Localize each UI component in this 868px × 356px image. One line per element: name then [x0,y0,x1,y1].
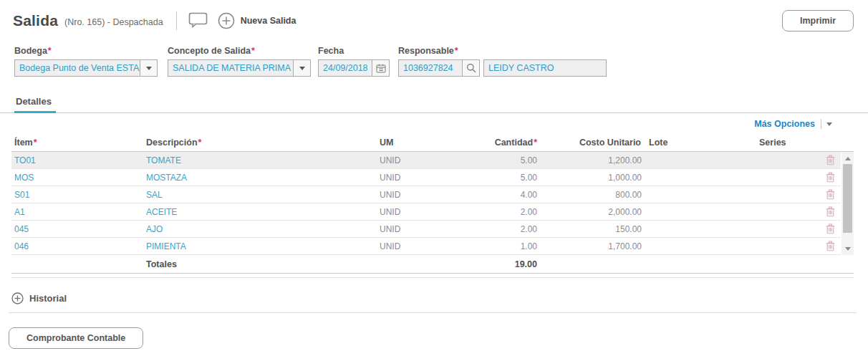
cantidad-cell: 4.00 [474,190,537,200]
item-code-link[interactable]: A1 [11,207,146,217]
cantidad-cell: 2.00 [474,224,537,234]
costo-unitario-cell: 800.00 [537,190,642,200]
table-row[interactable]: A1 ACEITE UNID 2.00 2,000.00 [11,203,841,221]
historial-label: Historial [29,293,67,304]
item-code-link[interactable]: 046 [11,241,146,251]
item-description-link[interactable]: ACEITE [146,207,380,217]
trash-icon [826,226,835,236]
historial-expander[interactable]: Historial [0,292,868,304]
delete-row-button[interactable] [826,206,835,217]
trash-icon [826,191,835,202]
col-header-item[interactable]: Ítem* [11,138,146,148]
scroll-down-arrow[interactable] [842,244,854,254]
delete-row-button[interactable] [826,241,835,251]
historial-divider [9,312,857,313]
page-title: Salida [13,12,58,29]
fecha-field-group: Fecha [318,46,390,77]
item-code-link[interactable]: MOS [11,173,146,183]
cantidad-cell: 5.00 [474,173,537,183]
table-rows: TO01 TOMATE UNID 5.00 1,200.00 MOS MOSTA… [11,152,841,255]
item-code-link[interactable]: 045 [11,224,146,234]
table-row[interactable]: MOS MOSTAZA UNID 5.00 1,000.00 [11,169,841,186]
more-options-link[interactable]: Más Opciones [754,119,815,129]
concepto-select-value[interactable]: SALIDA DE MATERIA PRIMA [168,59,294,77]
comments-button[interactable] [188,12,208,30]
calendar-button[interactable] [372,59,390,77]
um-cell: UNID [380,241,474,251]
table-row[interactable]: S01 SAL UNID 4.00 800.00 [11,186,841,203]
concepto-dropdown-button[interactable] [294,59,311,77]
item-description-link[interactable]: PIMIENTA [146,241,380,251]
col-header-series[interactable]: Series [751,138,819,148]
tab-detalles[interactable]: Detalles [14,94,56,113]
um-cell: UNID [380,190,474,200]
delete-row-button[interactable] [826,189,835,200]
top-header: Salida (Nro. 165) - Despachada Nueva Sal… [0,0,868,32]
comprobante-contable-button[interactable]: Comprobante Contable [9,327,143,349]
scroll-up-arrow[interactable] [842,153,854,163]
item-description-link[interactable]: MOSTAZA [146,173,380,183]
chevron-down-icon [146,67,152,70]
fecha-label: Fecha [318,46,390,56]
responsable-id-input[interactable] [398,59,463,77]
more-options-caret-icon[interactable] [826,122,832,126]
required-asterisk: * [48,46,52,56]
item-description-link[interactable]: TOMATE [146,155,380,165]
costo-unitario-cell: 2,000.00 [537,207,642,217]
chevron-down-icon [299,67,305,70]
delete-row-button[interactable] [826,155,835,165]
um-cell: UNID [380,155,474,165]
plus-circle-icon [218,12,235,29]
totals-label: Totales [146,259,380,269]
trash-icon [826,243,835,254]
responsable-label: Responsable* [398,46,607,56]
item-code-link[interactable]: S01 [11,190,146,200]
trash-icon [826,208,835,219]
um-cell: UNID [380,224,474,234]
bodega-dropdown-button[interactable] [140,59,158,77]
table-row[interactable]: 045 AJO UNID 2.00 150.00 [11,221,841,238]
delete-row-button[interactable] [826,223,835,234]
required-asterisk: * [251,46,255,56]
scrollbar-thumb[interactable] [843,164,852,233]
delete-row-button[interactable] [826,172,835,183]
table-scrollbar[interactable] [842,152,854,255]
col-header-um[interactable]: UM [380,138,474,148]
details-table: Ítem* Descripción* UM Cantidad* Costo Un… [11,133,854,278]
bodega-label: Bodega* [14,46,158,56]
costo-unitario-cell: 1,000.00 [537,173,642,183]
costo-unitario-cell: 1,200.00 [537,155,642,165]
col-header-cantidad[interactable]: Cantidad* [474,138,537,148]
triangle-down-icon [845,247,851,251]
col-header-lote[interactable]: Lote [642,138,751,148]
new-salida-label: Nueva Salida [241,16,296,26]
col-header-costo-unitario[interactable]: Costo Unitario [537,138,642,148]
bodega-select-value[interactable]: Bodega Punto de Venta ESTAB [14,59,140,77]
search-icon [466,63,476,73]
concepto-field-group: Concepto de Salida* SALIDA DE MATERIA PR… [168,46,311,77]
table-row[interactable]: TO01 TOMATE UNID 5.00 1,200.00 [11,152,841,169]
tab-bar: Detalles [0,94,868,113]
costo-unitario-cell: 150.00 [537,224,642,234]
cantidad-cell: 1.00 [474,241,537,251]
table-row[interactable]: 046 PIMIENTA UNID 1.00 1,700.00 [11,238,841,255]
item-description-link[interactable]: AJO [146,224,380,234]
print-button[interactable]: Imprimir [782,10,854,32]
costo-unitario-cell: 1,700.00 [537,241,642,251]
trash-icon [826,174,835,185]
document-number-status: (Nro. 165) - Despachada [64,17,163,27]
cantidad-cell: 5.00 [474,155,537,165]
item-code-link[interactable]: TO01 [11,155,146,165]
new-salida-button[interactable]: Nueva Salida [218,12,296,29]
fecha-input[interactable] [318,59,372,77]
responsable-search-button[interactable] [463,59,480,77]
cantidad-cell: 2.00 [474,207,537,217]
bodega-field-group: Bodega* Bodega Punto de Venta ESTAB [14,46,158,77]
col-header-descripcion[interactable]: Descripción* [146,138,380,148]
required-asterisk: * [455,46,458,56]
um-cell: UNID [380,173,474,183]
responsable-field-group: Responsable* LEIDY CASTRO [398,46,607,77]
table-body: TO01 TOMATE UNID 5.00 1,200.00 MOS MOSTA… [11,152,841,255]
section-divider [11,277,854,278]
item-description-link[interactable]: SAL [146,190,380,200]
